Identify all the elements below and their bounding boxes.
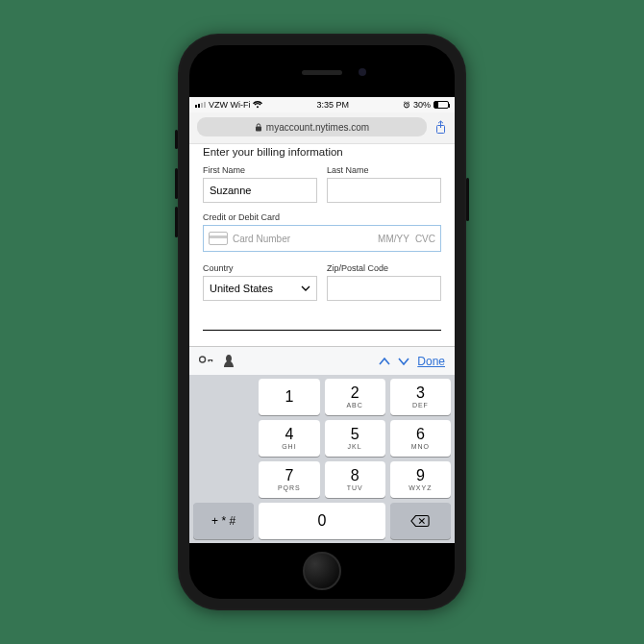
card-number-placeholder: Card Number <box>233 234 373 244</box>
keypad-key-0[interactable]: 0 <box>259 503 385 539</box>
page-content: Enter your billing information First Nam… <box>189 144 455 346</box>
browser-toolbar: myaccount.nytimes.com <box>189 112 455 144</box>
bottom-bezel <box>189 543 455 599</box>
name-row: First Name Last Name <box>203 165 441 203</box>
last-name-label: Last Name <box>327 165 441 175</box>
keypad-symbols-key[interactable]: + * # <box>193 503 254 539</box>
first-name-field[interactable] <box>203 178 317 203</box>
volume-up-button <box>175 168 178 199</box>
card-icon <box>209 232 228 245</box>
billing-heading: Enter your billing information <box>203 146 441 158</box>
form-next-button[interactable] <box>398 358 409 365</box>
keypad-key-4[interactable]: 4GHI <box>259 420 319 457</box>
battery-icon <box>433 101 449 109</box>
keypad-key-8[interactable]: 8TUV <box>325 461 385 498</box>
autofill-passwords-icon[interactable] <box>199 355 214 367</box>
last-name-field[interactable] <box>327 178 441 203</box>
keypad-key-7[interactable]: 7PQRS <box>259 461 319 498</box>
volume-down-button <box>175 207 178 237</box>
phone-bezel: VZW Wi-Fi 3:35 PM 30% <box>189 45 455 599</box>
numeric-keypad: 1 2ABC 3DEF 4GHI 5JKL 6MNO 7PQRS 8TUV 9W… <box>189 375 455 543</box>
keypad-key-1[interactable]: 1 <box>259 379 319 415</box>
status-bar: VZW Wi-Fi 3:35 PM 30% <box>189 97 455 112</box>
country-select[interactable]: United States <box>203 276 317 301</box>
keypad-key-3[interactable]: 3DEF <box>390 379 451 415</box>
screen: VZW Wi-Fi 3:35 PM 30% <box>189 97 455 543</box>
signal-icon <box>195 102 206 108</box>
phone-frame: VZW Wi-Fi 3:35 PM 30% <box>178 34 466 610</box>
keypad-key-9[interactable]: 9WXYZ <box>390 461 451 498</box>
country-zip-row: Country United States Zip/Postal Code <box>203 263 441 301</box>
home-button[interactable] <box>303 552 341 590</box>
top-bezel <box>189 45 455 97</box>
front-camera <box>359 68 366 76</box>
keypad-key-5[interactable]: 5JKL <box>325 420 385 457</box>
keypad-key-2[interactable]: 2ABC <box>325 379 385 415</box>
power-button <box>466 178 469 221</box>
card-cvc-placeholder: CVC <box>415 234 435 244</box>
card-expiry-placeholder: MM/YY <box>378 234 409 244</box>
form-prev-button[interactable] <box>379 358 390 365</box>
alarm-icon <box>403 101 410 109</box>
status-right: 30% <box>403 100 449 110</box>
url-text: myaccount.nytimes.com <box>266 122 369 133</box>
carrier-label: VZW Wi-Fi <box>209 100 250 110</box>
keyboard-accessory-bar: Done <box>189 346 455 375</box>
keypad-key-6[interactable]: 6MNO <box>390 420 451 457</box>
first-name-label: First Name <box>203 165 317 175</box>
address-bar[interactable]: myaccount.nytimes.com <box>197 117 427 136</box>
earpiece-speaker <box>302 70 342 75</box>
country-value: United States <box>210 283 273 294</box>
mute-switch <box>175 130 178 149</box>
keyboard-done-button[interactable]: Done <box>417 355 445 368</box>
clock: 3:35 PM <box>262 100 403 110</box>
lock-icon <box>255 123 262 132</box>
share-button[interactable] <box>433 120 447 135</box>
svg-point-3 <box>200 357 206 362</box>
zip-field[interactable] <box>327 276 441 301</box>
status-left: VZW Wi-Fi <box>195 100 262 110</box>
chevron-down-icon <box>301 285 310 291</box>
section-divider <box>203 330 441 331</box>
country-label: Country <box>203 263 317 273</box>
wifi-icon <box>253 101 262 109</box>
keypad-backspace-key[interactable] <box>390 503 451 539</box>
card-label: Credit or Debit Card <box>203 212 441 222</box>
zip-label: Zip/Postal Code <box>327 263 441 273</box>
autofill-contact-icon[interactable] <box>224 355 234 367</box>
svg-rect-1 <box>256 126 261 131</box>
battery-pct-label: 30% <box>413 100 431 110</box>
card-number-field[interactable]: Card Number MM/YY CVC <box>203 225 441 252</box>
